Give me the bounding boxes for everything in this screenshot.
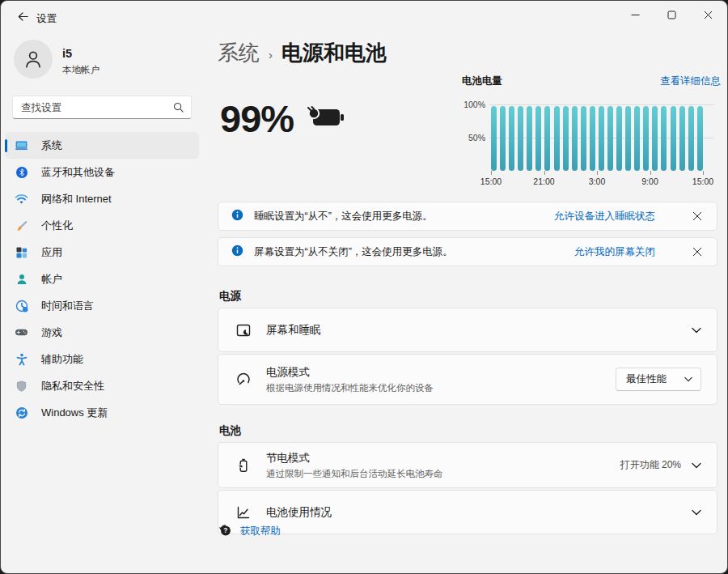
battery-saver-card[interactable]: 节电模式 通过限制一些通知和后台活动延长电池寿命 打开功能 20% xyxy=(218,442,717,488)
power-mode-icon xyxy=(235,371,252,388)
sidebar-item-privacy[interactable]: 隐私和安全性 xyxy=(5,372,199,399)
chevron-down-icon[interactable] xyxy=(692,509,701,516)
chevron-down-icon[interactable] xyxy=(692,462,701,469)
x-tick-label: 21:00 xyxy=(533,176,554,186)
chart-bar xyxy=(679,106,685,171)
main-content: 系统 › 电源和电池 99% 电池电量 查看详细信息 xyxy=(203,1,727,573)
chart-bar xyxy=(563,106,569,171)
battery-level-chart: 电池电量 查看详细信息 100% 50% 15:0021:003:009:001… xyxy=(462,74,721,188)
chart-bar xyxy=(643,106,649,171)
screen-sleep-icon xyxy=(235,321,252,338)
x-tick xyxy=(703,171,704,175)
close-icon xyxy=(692,211,702,221)
info-icon xyxy=(231,209,243,224)
bluetooth-icon xyxy=(15,165,28,179)
x-tick-label: 15:00 xyxy=(692,176,713,186)
help-icon: ? xyxy=(218,523,232,540)
breadcrumb: 系统 › 电源和电池 xyxy=(218,39,387,67)
allow-screen-off-link[interactable]: 允许我的屏幕关闭 xyxy=(574,245,655,259)
x-tick xyxy=(491,171,492,175)
shield-icon xyxy=(15,379,28,393)
sleep-warning-banner: 睡眠设置为“从不”，这会使用更多电源。 允许设备进入睡眠状态 xyxy=(218,202,717,231)
sidebar-item-label: 帐户 xyxy=(41,272,62,287)
chart-bar xyxy=(634,106,640,171)
banner-text: 屏幕设置为“从不关闭”，这会使用更多电源。 xyxy=(254,245,453,259)
user-name: i5 xyxy=(62,47,72,60)
chevron-down-icon[interactable] xyxy=(692,327,701,334)
battery-status: 99% xyxy=(220,96,346,141)
system-icon xyxy=(15,138,28,152)
ytick-50: 50% xyxy=(468,133,485,142)
chart-bar xyxy=(509,106,514,171)
sidebar-item-system[interactable]: 系统 xyxy=(5,132,199,159)
sidebar-item-windows-update[interactable]: Windows 更新 xyxy=(5,399,199,426)
chart-bar xyxy=(572,106,578,171)
card-subtitle: 根据电源使用情况和性能来优化你的设备 xyxy=(266,382,434,394)
chart-bar xyxy=(671,106,676,171)
dismiss-banner-button[interactable] xyxy=(690,209,705,223)
svg-text:?: ? xyxy=(223,526,227,534)
power-mode-dropdown[interactable]: 最佳性能 xyxy=(616,368,701,391)
card-title: 电源模式 xyxy=(266,365,434,380)
chart-bar xyxy=(544,106,550,171)
x-tick xyxy=(544,171,545,175)
sidebar-item-label: 应用 xyxy=(41,245,62,260)
search-box[interactable] xyxy=(12,96,192,119)
chart-bar xyxy=(599,106,604,171)
search-input[interactable] xyxy=(13,102,173,113)
sidebar-item-gaming[interactable]: 游戏 xyxy=(5,319,199,346)
gamepad-icon xyxy=(15,325,28,339)
update-icon xyxy=(15,406,28,419)
x-tick xyxy=(650,171,651,175)
chart-plot: 100% 50% xyxy=(491,104,703,171)
battery-percent: 99% xyxy=(220,96,294,141)
sidebar-item-label: 网络和 Internet xyxy=(41,192,112,206)
avatar[interactable] xyxy=(14,40,53,79)
sidebar-item-accounts[interactable]: 帐户 xyxy=(5,266,199,292)
user-account-type: 本地帐户 xyxy=(62,64,99,76)
battery-saver-icon xyxy=(235,457,252,474)
sidebar-item-network[interactable]: 网络和 Internet xyxy=(5,185,199,212)
view-details-link[interactable]: 查看详细信息 xyxy=(660,74,721,88)
person-icon xyxy=(23,49,44,70)
sidebar-item-apps[interactable]: 应用 xyxy=(5,239,199,266)
wifi-icon xyxy=(15,192,28,206)
chart-bar xyxy=(581,106,586,171)
chart-bar xyxy=(688,106,694,171)
sidebar-item-time-language[interactable]: 时间和语言 xyxy=(5,292,199,319)
screen-sleep-card[interactable]: 屏幕和睡眠 xyxy=(218,308,717,352)
battery-saver-status: 打开功能 20% xyxy=(620,458,681,472)
battery-chart-bars xyxy=(491,104,703,171)
x-tick-label: 9:00 xyxy=(641,176,658,186)
chart-bar xyxy=(697,106,703,171)
battery-charging-icon xyxy=(306,105,346,133)
chart-bar xyxy=(616,106,622,171)
chart-bar xyxy=(652,106,658,171)
x-tick xyxy=(597,171,598,175)
dismiss-banner-button[interactable] xyxy=(690,244,705,259)
get-help[interactable]: ? 获取帮助 xyxy=(218,523,281,540)
sidebar-item-label: 隐私和安全性 xyxy=(41,379,104,393)
sidebar-item-label: 时间和语言 xyxy=(41,299,94,313)
chart-bar xyxy=(527,106,532,171)
dropdown-value: 最佳性能 xyxy=(626,372,667,386)
sidebar-item-personalization[interactable]: 个性化 xyxy=(5,212,199,239)
search-icon xyxy=(173,102,184,113)
battery-usage-card[interactable]: 电池使用情况 xyxy=(218,490,717,534)
card-subtitle: 通过限制一些通知和后台活动延长电池寿命 xyxy=(266,468,443,480)
back-arrow-icon xyxy=(17,11,29,25)
allow-sleep-link[interactable]: 允许设备进入睡眠状态 xyxy=(554,210,655,223)
breadcrumb-parent[interactable]: 系统 xyxy=(218,39,260,67)
clock-icon xyxy=(15,299,28,313)
sidebar-item-bluetooth[interactable]: 蓝牙和其他设备 xyxy=(5,159,199,185)
sidebar-item-accessibility[interactable]: 辅助功能 xyxy=(5,346,199,372)
get-help-link[interactable]: 获取帮助 xyxy=(240,525,281,538)
chevron-down-icon xyxy=(684,376,692,382)
back-button[interactable] xyxy=(11,8,35,28)
card-title: 屏幕和睡眠 xyxy=(266,323,321,338)
chart-xticks xyxy=(491,171,703,175)
power-mode-card: 电源模式 根据电源使用情况和性能来优化你的设备 最佳性能 xyxy=(218,354,717,405)
banner-text: 睡眠设置为“从不”，这会使用更多电源。 xyxy=(254,210,433,223)
page-title: 电源和电池 xyxy=(281,39,387,67)
chart-bar xyxy=(625,106,631,171)
